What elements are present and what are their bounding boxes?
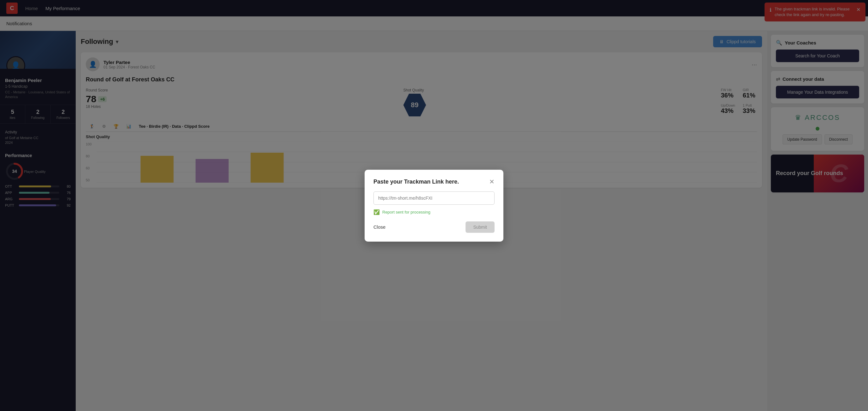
success-check-icon: ✅	[373, 209, 380, 215]
modal-close-button[interactable]: ✕	[489, 179, 495, 185]
modal-title: Paste your Trackman Link here.	[373, 179, 459, 185]
modal-close-text-button[interactable]: Close	[373, 224, 385, 230]
modal-actions: Close Submit	[373, 221, 495, 233]
trackman-modal: Paste your Trackman Link here. ✕ ✅ Repor…	[365, 170, 503, 242]
success-text: Report sent for processing	[382, 210, 430, 215]
modal-submit-button[interactable]: Submit	[466, 221, 495, 233]
modal-header: Paste your Trackman Link here. ✕	[373, 179, 495, 185]
trackman-link-input[interactable]	[373, 191, 495, 205]
modal-overlay: Paste your Trackman Link here. ✕ ✅ Repor…	[0, 0, 868, 411]
modal-success-message: ✅ Report sent for processing	[373, 209, 495, 215]
